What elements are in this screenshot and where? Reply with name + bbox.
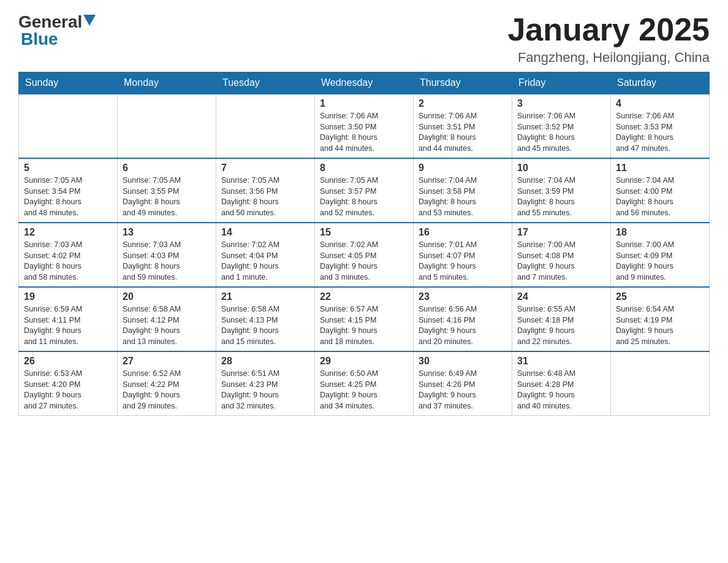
day-number: 25 — [616, 291, 704, 302]
calendar-cell: 5Sunrise: 7:05 AM Sunset: 3:54 PM Daylig… — [19, 158, 118, 223]
day-number: 24 — [517, 291, 605, 302]
day-number: 1 — [320, 98, 408, 109]
calendar-cell: 11Sunrise: 7:04 AM Sunset: 4:00 PM Dayli… — [611, 158, 710, 223]
day-number: 16 — [419, 227, 507, 238]
day-info: Sunrise: 6:48 AM Sunset: 4:28 PM Dayligh… — [517, 369, 605, 412]
day-info: Sunrise: 7:05 AM Sunset: 3:57 PM Dayligh… — [320, 175, 408, 218]
calendar-header-sunday: Sunday — [19, 72, 118, 94]
day-number: 20 — [123, 291, 211, 302]
calendar-cell: 18Sunrise: 7:00 AM Sunset: 4:09 PM Dayli… — [611, 223, 710, 287]
week-row-2: 12Sunrise: 7:03 AM Sunset: 4:02 PM Dayli… — [19, 223, 710, 287]
day-number: 18 — [616, 227, 704, 238]
calendar-cell: 26Sunrise: 6:53 AM Sunset: 4:20 PM Dayli… — [19, 351, 118, 416]
calendar-cell: 12Sunrise: 7:03 AM Sunset: 4:02 PM Dayli… — [19, 223, 118, 287]
location-title: Fangzheng, Heilongjiang, China — [507, 50, 710, 66]
day-number: 4 — [616, 98, 704, 109]
calendar-header-row: SundayMondayTuesdayWednesdayThursdayFrid… — [19, 72, 710, 94]
day-info: Sunrise: 7:04 AM Sunset: 4:00 PM Dayligh… — [616, 175, 704, 218]
logo-triangle-icon — [83, 15, 96, 26]
day-number: 26 — [24, 356, 112, 367]
day-info: Sunrise: 7:00 AM Sunset: 4:08 PM Dayligh… — [517, 240, 605, 283]
day-info: Sunrise: 7:03 AM Sunset: 4:02 PM Dayligh… — [24, 240, 112, 283]
calendar-cell: 2Sunrise: 7:06 AM Sunset: 3:51 PM Daylig… — [414, 94, 512, 158]
calendar-cell: 10Sunrise: 7:04 AM Sunset: 3:59 PM Dayli… — [512, 158, 611, 223]
day-info: Sunrise: 6:57 AM Sunset: 4:15 PM Dayligh… — [320, 304, 408, 347]
day-number: 6 — [123, 163, 211, 174]
day-info: Sunrise: 7:01 AM Sunset: 4:07 PM Dayligh… — [419, 240, 507, 283]
day-number: 5 — [24, 163, 112, 174]
day-info: Sunrise: 7:06 AM Sunset: 3:51 PM Dayligh… — [419, 111, 507, 154]
day-info: Sunrise: 7:02 AM Sunset: 4:05 PM Dayligh… — [320, 240, 408, 283]
calendar-cell: 6Sunrise: 7:05 AM Sunset: 3:55 PM Daylig… — [118, 158, 216, 223]
calendar-header-wednesday: Wednesday — [315, 72, 414, 94]
calendar-header-friday: Friday — [512, 72, 611, 94]
calendar-cell: 28Sunrise: 6:51 AM Sunset: 4:23 PM Dayli… — [216, 351, 315, 416]
calendar-cell: 1Sunrise: 7:06 AM Sunset: 3:50 PM Daylig… — [315, 94, 414, 158]
day-number: 2 — [419, 98, 507, 109]
calendar-cell — [19, 94, 118, 158]
week-row-3: 19Sunrise: 6:59 AM Sunset: 4:11 PM Dayli… — [19, 287, 710, 351]
day-info: Sunrise: 6:53 AM Sunset: 4:20 PM Dayligh… — [24, 369, 112, 412]
week-row-4: 26Sunrise: 6:53 AM Sunset: 4:20 PM Dayli… — [19, 351, 710, 416]
day-number: 31 — [517, 356, 605, 367]
logo: General Blue — [18, 12, 96, 49]
day-info: Sunrise: 6:55 AM Sunset: 4:18 PM Dayligh… — [517, 304, 605, 347]
day-info: Sunrise: 7:00 AM Sunset: 4:09 PM Dayligh… — [616, 240, 704, 283]
calendar-cell: 19Sunrise: 6:59 AM Sunset: 4:11 PM Dayli… — [19, 287, 118, 351]
day-info: Sunrise: 6:51 AM Sunset: 4:23 PM Dayligh… — [221, 369, 309, 412]
day-number: 28 — [221, 356, 309, 367]
day-info: Sunrise: 6:56 AM Sunset: 4:16 PM Dayligh… — [419, 304, 507, 347]
week-row-1: 5Sunrise: 7:05 AM Sunset: 3:54 PM Daylig… — [19, 158, 710, 223]
day-number: 9 — [419, 163, 507, 174]
day-number: 11 — [616, 163, 704, 174]
day-info: Sunrise: 7:06 AM Sunset: 3:50 PM Dayligh… — [320, 111, 408, 154]
calendar-cell: 27Sunrise: 6:52 AM Sunset: 4:22 PM Dayli… — [118, 351, 216, 416]
day-info: Sunrise: 7:05 AM Sunset: 3:55 PM Dayligh… — [123, 175, 211, 218]
day-number: 17 — [517, 227, 605, 238]
day-number: 10 — [517, 163, 605, 174]
calendar-cell — [216, 94, 315, 158]
calendar-cell: 16Sunrise: 7:01 AM Sunset: 4:07 PM Dayli… — [414, 223, 512, 287]
day-number: 19 — [24, 291, 112, 302]
calendar-cell: 30Sunrise: 6:49 AM Sunset: 4:26 PM Dayli… — [414, 351, 512, 416]
calendar-cell: 25Sunrise: 6:54 AM Sunset: 4:19 PM Dayli… — [611, 287, 710, 351]
calendar-cell: 4Sunrise: 7:06 AM Sunset: 3:53 PM Daylig… — [611, 94, 710, 158]
day-info: Sunrise: 7:05 AM Sunset: 3:56 PM Dayligh… — [221, 175, 309, 218]
day-number: 29 — [320, 356, 408, 367]
calendar-header-thursday: Thursday — [414, 72, 512, 94]
calendar-cell: 14Sunrise: 7:02 AM Sunset: 4:04 PM Dayli… — [216, 223, 315, 287]
title-area: January 2025 Fangzheng, Heilongjiang, Ch… — [507, 12, 710, 66]
calendar-cell: 17Sunrise: 7:00 AM Sunset: 4:08 PM Dayli… — [512, 223, 611, 287]
calendar-cell: 9Sunrise: 7:04 AM Sunset: 3:58 PM Daylig… — [414, 158, 512, 223]
day-info: Sunrise: 6:50 AM Sunset: 4:25 PM Dayligh… — [320, 369, 408, 412]
day-info: Sunrise: 6:59 AM Sunset: 4:11 PM Dayligh… — [24, 304, 112, 347]
calendar-header-monday: Monday — [118, 72, 216, 94]
day-number: 14 — [221, 227, 309, 238]
day-number: 27 — [123, 356, 211, 367]
day-number: 21 — [221, 291, 309, 302]
day-info: Sunrise: 6:49 AM Sunset: 4:26 PM Dayligh… — [419, 369, 507, 412]
calendar-cell: 15Sunrise: 7:02 AM Sunset: 4:05 PM Dayli… — [315, 223, 414, 287]
calendar-header-tuesday: Tuesday — [216, 72, 315, 94]
month-title: January 2025 — [507, 12, 710, 47]
day-info: Sunrise: 7:06 AM Sunset: 3:52 PM Dayligh… — [517, 111, 605, 154]
day-number: 12 — [24, 227, 112, 238]
calendar-cell: 21Sunrise: 6:58 AM Sunset: 4:13 PM Dayli… — [216, 287, 315, 351]
day-number: 23 — [419, 291, 507, 302]
day-info: Sunrise: 7:05 AM Sunset: 3:54 PM Dayligh… — [24, 175, 112, 218]
day-number: 30 — [419, 356, 507, 367]
calendar-cell: 23Sunrise: 6:56 AM Sunset: 4:16 PM Dayli… — [414, 287, 512, 351]
calendar-cell — [118, 94, 216, 158]
day-number: 3 — [517, 98, 605, 109]
day-info: Sunrise: 6:54 AM Sunset: 4:19 PM Dayligh… — [616, 304, 704, 347]
day-info: Sunrise: 6:58 AM Sunset: 4:12 PM Dayligh… — [123, 304, 211, 347]
day-info: Sunrise: 7:06 AM Sunset: 3:53 PM Dayligh… — [616, 111, 704, 154]
day-info: Sunrise: 7:03 AM Sunset: 4:03 PM Dayligh… — [123, 240, 211, 283]
calendar-cell: 3Sunrise: 7:06 AM Sunset: 3:52 PM Daylig… — [512, 94, 611, 158]
day-info: Sunrise: 7:02 AM Sunset: 4:04 PM Dayligh… — [221, 240, 309, 283]
day-number: 15 — [320, 227, 408, 238]
day-number: 7 — [221, 163, 309, 174]
calendar-cell: 24Sunrise: 6:55 AM Sunset: 4:18 PM Dayli… — [512, 287, 611, 351]
day-number: 22 — [320, 291, 408, 302]
calendar-header-saturday: Saturday — [611, 72, 710, 94]
